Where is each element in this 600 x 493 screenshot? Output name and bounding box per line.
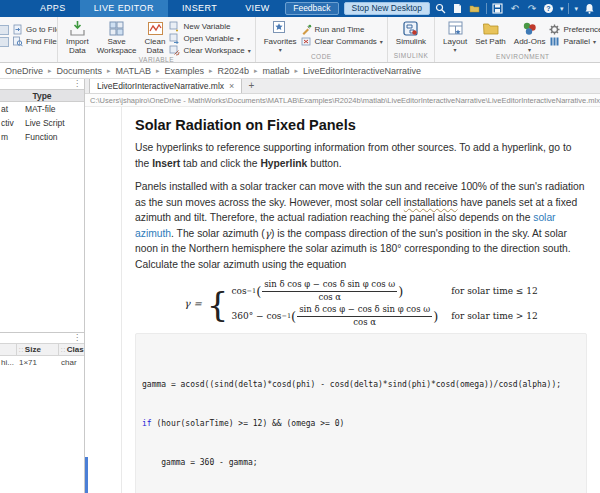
toolstrip-section-file: Go to File Find Files [0, 17, 58, 62]
favorites-star-icon [272, 20, 289, 37]
breadcrumb-separator-icon: ▸ [107, 67, 111, 75]
new-tab-button[interactable]: + [242, 79, 260, 93]
undo-icon[interactable]: ↶ [509, 3, 521, 15]
breadcrumb-onedrive[interactable]: OneDrive [5, 66, 43, 76]
search-icon[interactable] [435, 3, 447, 15]
equation-case-2: 360° − cos−1(sin δ cos φ − cos δ sin φ c… [231, 305, 438, 327]
size-column-header[interactable]: ∷ Size [16, 344, 58, 355]
open-variable-button[interactable]: Open Variable ▾ [169, 33, 250, 44]
ribbon-divider [568, 3, 569, 14]
simulink-icon [402, 20, 419, 37]
document-content: Solar Radiation on Fixed Panels Use hype… [121, 107, 600, 493]
parallel-button[interactable]: Parallel ▾ [549, 36, 600, 47]
preferences-gear-icon [549, 24, 560, 35]
variable-section-stack: New Variable Open Variable ▾ Clear Wor [169, 19, 250, 56]
favorites-label: Favorites [264, 38, 297, 47]
clear-commands-icon [301, 36, 312, 47]
save-icon[interactable] [492, 3, 504, 15]
variable-size: 1×71 [16, 358, 58, 367]
preferences-button[interactable]: Preferences [549, 24, 600, 35]
clear-workspace-button[interactable]: Clear Workspace ▾ [169, 45, 250, 56]
new-script-icon[interactable] [452, 3, 464, 15]
variable-section-label: VARIABLE [62, 56, 251, 63]
breadcrumb-examples[interactable]: Examples [164, 66, 204, 76]
breadcrumb-liveeditor-folder[interactable]: LiveEditorInteractiveNarrative [303, 66, 421, 76]
find-files-icon [12, 36, 23, 47]
set-path-label: Set Path [475, 38, 506, 47]
redo-icon[interactable]: ↷ [526, 3, 538, 15]
code-text: gamma = acosd((sind(delta)*cosd(phi) - c… [142, 380, 561, 389]
document-tab-label: LiveEditorInteractiveNarrative.mlx [97, 81, 224, 91]
save-workspace-button[interactable]: Save Workspace [93, 19, 141, 56]
feedback-button[interactable]: Feedback [285, 2, 338, 15]
code-line[interactable]: gamma = acosd((sind(delta)*cosd(phi) - c… [142, 378, 580, 391]
equation-brace: { [207, 284, 229, 324]
document-tab[interactable]: LiveEditorInteractiveNarrative.mlx × [89, 79, 242, 93]
panel-menu-icon[interactable]: ⋮ [73, 334, 81, 342]
tab-live-editor[interactable]: LIVE EDITOR [80, 0, 168, 17]
text-run: tab and click the [180, 158, 260, 169]
tab-apps[interactable]: APPS [26, 0, 80, 17]
help-caret-icon[interactable]: ▾ [560, 5, 564, 13]
denominator: cos α [318, 292, 341, 303]
paragraph-solar-azimuth[interactable]: Panels installed with a solar tracker ca… [135, 179, 587, 272]
size-column-label: Size [25, 345, 41, 354]
type-column-header[interactable]: Type [0, 89, 84, 102]
breadcrumb-matlab[interactable]: MATLAB [116, 66, 151, 76]
ribbon-left-spacer [0, 0, 26, 17]
code-line[interactable]: if (hour(solarTime) >= 12) && (omega >= … [142, 417, 580, 430]
help-menu-icon[interactable]: ? [543, 3, 555, 15]
class-column-header[interactable]: ∷ Clas [58, 344, 84, 355]
new-variable-button[interactable]: New Variable [169, 21, 250, 32]
layout-caret-icon: ▾ [454, 47, 457, 54]
matlab-window: APPS LIVE EDITOR INSERT VIEW Feedback St… [0, 0, 600, 493]
close-tab-icon[interactable]: × [229, 82, 234, 91]
document-title[interactable]: Solar Radiation on Fixed Panels [135, 117, 587, 133]
run-and-time-icon [301, 24, 312, 35]
favorites-button[interactable]: Favorites ▾ [260, 19, 301, 53]
file-row[interactable]: ctiv Live Script [0, 116, 84, 130]
find-files-button[interactable]: Find Files [0, 36, 53, 47]
preferences-label: Preferences [563, 25, 600, 34]
notifications-bell-icon[interactable] [583, 3, 595, 15]
overflow-caret-icon[interactable]: ▾ [574, 5, 578, 13]
tab-insert[interactable]: INSERT [168, 0, 231, 17]
file-section-label [4, 47, 53, 57]
azimuth-equation[interactable]: γ = { cos−1(sin δ cos φ − cos δ sin φ co… [135, 280, 587, 327]
set-path-button[interactable]: Set Path [471, 19, 510, 47]
file-type: Live Script [25, 118, 84, 128]
breadcrumb-documents[interactable]: Documents [57, 66, 103, 76]
clipped-icon [0, 25, 9, 35]
file-type: Function [25, 132, 84, 142]
ribbon-right-controls: Feedback Stop New Desktop ↶ ↷ ? ▾ ▾ [285, 0, 600, 17]
code-block[interactable]: 26 27 28 29 30 gamma = acosd((sind(delta… [135, 333, 587, 493]
code-line[interactable]: gamma = 360 - gamma; [142, 456, 580, 469]
simulink-label: Simulink [396, 38, 426, 47]
current-folder-panel: ⋮ Type at MAT-file ctiv Live Script m Fu… [0, 79, 84, 332]
go-to-file-icon [12, 24, 23, 35]
clear-commands-button[interactable]: Clear Commands ▾ [301, 36, 383, 47]
layout-button[interactable]: Layout ▾ [439, 19, 471, 53]
simulink-button[interactable]: Simulink [392, 19, 430, 47]
run-and-time-button[interactable]: Run and Time [301, 24, 383, 35]
panel-menu-icon[interactable]: ⋮ [73, 80, 81, 88]
file-row[interactable]: at MAT-file [0, 102, 84, 116]
breadcrumb-r2024b[interactable]: R2024b [217, 66, 249, 76]
breadcrumb-matlab-folder[interactable]: matlab [263, 66, 290, 76]
add-ons-button[interactable]: Add-Ons ▾ [510, 19, 550, 53]
tab-view[interactable]: VIEW [231, 0, 284, 17]
clean-data-button[interactable]: Clean Data [141, 19, 170, 56]
file-row[interactable]: m Function [0, 130, 84, 144]
breadcrumb-separator-icon: ▸ [254, 67, 258, 75]
paragraph-hyperlinks[interactable]: Use hyperlinks to reference supporting i… [135, 140, 587, 171]
svg-text:?: ? [547, 5, 551, 12]
go-to-file-button[interactable]: Go to File [0, 24, 53, 35]
stop-new-desktop-button[interactable]: Stop New Desktop [344, 2, 430, 15]
import-data-icon [69, 20, 86, 37]
open-variable-caret-icon: ▾ [237, 35, 240, 42]
workspace-row[interactable]: hi... 1×71 char [0, 356, 84, 369]
save-workspace-label-2: Workspace [97, 47, 137, 56]
import-data-button[interactable]: Import Data [62, 19, 93, 56]
open-folder-icon[interactable] [469, 3, 481, 15]
main-area: ⋮ Type at MAT-file ctiv Live Script m Fu… [0, 79, 600, 493]
